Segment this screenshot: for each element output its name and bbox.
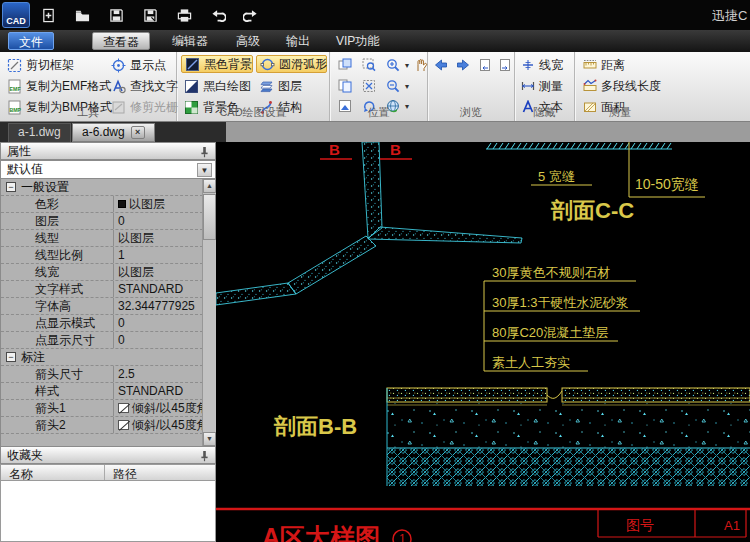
close-tab-icon[interactable]: ×	[131, 126, 145, 139]
forward-button[interactable]	[454, 56, 472, 74]
menu-tab-output[interactable]: 输出	[276, 32, 320, 50]
zoom-extents-icon	[362, 79, 376, 93]
menu-tab-file[interactable]: 文件	[8, 32, 54, 50]
prop-label: 箭头尺寸	[1, 366, 113, 382]
print-button[interactable]	[172, 3, 196, 27]
zoom-window-button[interactable]	[360, 56, 378, 74]
section-general-settings[interactable]: − 一般设置	[1, 179, 203, 196]
scroll-up-icon[interactable]: ▲	[203, 179, 216, 193]
note-soil: 素土人工夯实	[492, 355, 570, 370]
menu-tab-editor[interactable]: 编辑器	[162, 32, 218, 50]
menu-tab-viewer[interactable]: 查看器	[92, 32, 150, 50]
prop-value[interactable]: 0	[113, 315, 203, 331]
prop-value[interactable]: 2.5	[113, 366, 203, 382]
cut-frame-icon	[7, 58, 22, 73]
cut-frame-button[interactable]: 剪切框架	[4, 56, 77, 74]
polyline-length-button[interactable]: 多段线长度	[580, 77, 664, 95]
forward-arrow-icon	[456, 58, 470, 72]
undo-button[interactable]	[206, 3, 230, 27]
favorites-col-name[interactable]: 名称	[1, 465, 105, 480]
prop-row-arrow1: 箭头1 倾斜/以45度角	[1, 400, 203, 417]
collapse-icon[interactable]: −	[6, 182, 16, 192]
scroll-down-icon[interactable]: ▼	[203, 432, 216, 446]
prop-value[interactable]: STANDARD	[113, 281, 203, 297]
pin-icon[interactable]	[198, 145, 211, 158]
zoom-out-button[interactable]	[384, 77, 402, 95]
zoom-window-icon	[362, 58, 376, 72]
back-button[interactable]	[432, 56, 450, 74]
group-label-measure: 测量	[575, 105, 665, 120]
properties-panel-header: 属性	[0, 142, 216, 160]
section-marker-b2: B	[390, 142, 401, 158]
sheet-number-label: 图号	[626, 517, 654, 533]
doc-tab-a1[interactable]: a-1.dwg	[8, 123, 71, 142]
doc-tab-a6[interactable]: a-6.dwg ×	[72, 123, 155, 142]
favorites-col-path[interactable]: 路径	[105, 465, 215, 480]
layers-button[interactable]: 图层	[256, 77, 305, 95]
prop-value[interactable]: STANDARD	[113, 383, 203, 399]
wall-band-right	[368, 227, 522, 243]
save-button[interactable]	[104, 3, 128, 27]
canvas-top-strip	[226, 122, 750, 142]
section-dimension[interactable]: − 标注	[1, 349, 203, 366]
prop-value[interactable]: 0	[113, 332, 203, 348]
scrollbar-thumb[interactable]	[203, 194, 216, 240]
zoom-extents-button[interactable]	[360, 77, 378, 95]
save-as-icon	[143, 8, 158, 23]
line-width-button[interactable]: 线宽	[518, 56, 566, 74]
new-file-button[interactable]	[36, 3, 60, 27]
collapse-icon[interactable]: −	[6, 352, 16, 362]
redo-button[interactable]	[238, 3, 262, 27]
properties-scrollbar[interactable]: ▲ ▼	[202, 179, 216, 446]
window-view-button[interactable]	[336, 56, 354, 74]
black-background-toggle[interactable]: 黑色背景	[181, 55, 253, 73]
favorites-list[interactable]	[0, 481, 216, 542]
bw-drawing-button[interactable]: 黑白绘图	[181, 77, 254, 95]
gap-1050-label: 10-50宽缝	[635, 176, 699, 192]
copy-view-button[interactable]	[336, 77, 354, 95]
drawing-canvas[interactable]: B B 10-50宽缝 5 宽缝 剖面C-C 30厚黄色不规则石材 30厚1:3…	[216, 142, 750, 542]
copy-emf-button[interactable]: EMF 复制为EMF格式	[4, 77, 114, 95]
prop-label: 线型	[1, 230, 113, 246]
window-view-icon	[338, 58, 352, 72]
prop-value[interactable]: 倾斜/以45度角	[113, 400, 203, 416]
layers-icon	[259, 79, 274, 94]
print-icon	[177, 8, 192, 23]
group-label-browse: 浏览	[428, 105, 514, 120]
save-as-button[interactable]	[138, 3, 162, 27]
distance-button[interactable]: 距离	[580, 56, 628, 74]
note-stone: 30厚黄色不规则石材	[492, 265, 610, 280]
prop-value[interactable]: 以图层	[113, 264, 203, 280]
next-page-button[interactable]	[496, 56, 514, 74]
title-bar: CAD 迅捷C	[0, 0, 750, 30]
pin-icon[interactable]	[198, 449, 211, 462]
note-mortar: 30厚1:3干硬性水泥砂浆	[492, 295, 629, 310]
prop-value-text: STANDARD	[118, 281, 183, 297]
prop-value[interactable]: 以图层	[113, 230, 203, 246]
prop-value[interactable]: 1	[113, 247, 203, 263]
hide-measure-button[interactable]: 测量	[518, 77, 566, 95]
cad-drawing[interactable]: B B 10-50宽缝 5 宽缝 剖面C-C 30厚黄色不规则石材 30厚1:3…	[216, 142, 750, 542]
menu-tab-advanced[interactable]: 高级	[226, 32, 270, 50]
app-logo[interactable]: CAD	[2, 2, 30, 28]
zoom-in-dropdown[interactable]: ▾	[402, 61, 412, 70]
zoom-out-dropdown[interactable]: ▾	[402, 82, 412, 91]
open-file-button[interactable]	[70, 3, 94, 27]
prop-row-layer: 图层 0	[1, 213, 203, 230]
prop-value[interactable]: 32.344777925	[113, 298, 203, 314]
prop-value[interactable]: 0	[113, 213, 203, 229]
cut-frame-label: 剪切框架	[26, 57, 74, 74]
show-points-button[interactable]: 显示点	[108, 56, 169, 74]
find-text-button[interactable]: 查找文字	[108, 77, 181, 95]
preset-dropdown[interactable]: 默认值 ▼	[0, 160, 216, 179]
black-background-label: 黑色背景	[204, 56, 252, 73]
prop-value[interactable]: 以图层	[113, 196, 203, 212]
menu-tab-vip[interactable]: VIP功能	[326, 32, 389, 50]
preset-dropdown-arrow[interactable]: ▼	[197, 163, 212, 177]
smooth-arc-toggle[interactable]: 圆滑弧形	[256, 55, 327, 73]
zoom-in-button[interactable]	[384, 56, 402, 74]
prop-value[interactable]: 倾斜/以45度角	[113, 417, 203, 433]
previous-page-button[interactable]	[476, 56, 494, 74]
top-hatch-strip	[486, 142, 672, 149]
group-label-tools: 工具	[0, 105, 176, 120]
